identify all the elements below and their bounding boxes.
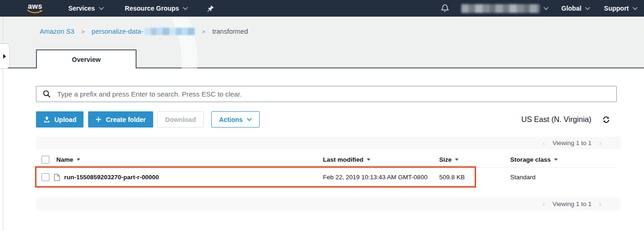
actions-button-label: Actions bbox=[219, 116, 243, 123]
upload-icon bbox=[43, 116, 50, 123]
search-icon bbox=[43, 90, 51, 98]
tab-overview-label: Overview bbox=[72, 56, 101, 63]
chevron-down-icon bbox=[543, 5, 549, 10]
breadcrumb-bucket[interactable]: personalize-data- bbox=[92, 28, 195, 35]
viewing-label: Viewing 1 to 1 bbox=[553, 201, 592, 207]
create-folder-button-label: Create folder bbox=[106, 116, 145, 123]
search-input[interactable] bbox=[56, 90, 616, 98]
main-content: Upload Create folder Download Actions bbox=[0, 68, 644, 231]
select-all-checkbox[interactable] bbox=[42, 156, 49, 164]
nav-support[interactable]: Support bbox=[604, 5, 637, 12]
chevron-down-icon bbox=[99, 5, 104, 10]
file-icon-cell bbox=[54, 167, 60, 187]
chevron-down-icon bbox=[632, 5, 638, 10]
sidebar-expander-button[interactable] bbox=[0, 43, 10, 69]
object-last-modified: Feb 22, 2019 10:13:43 AM GMT-0800 bbox=[323, 167, 428, 187]
viewing-label: Viewing 1 to 1 bbox=[553, 140, 592, 146]
pushpin-icon bbox=[207, 5, 214, 12]
sort-caret-icon bbox=[367, 158, 370, 161]
nav-global-label: Global bbox=[561, 5, 582, 12]
breadcrumb-separator: > bbox=[81, 28, 85, 35]
navbar-right-group: Global Support bbox=[441, 4, 637, 13]
row-checkbox-cell bbox=[42, 167, 49, 187]
nav-support-label: Support bbox=[604, 5, 629, 12]
aws-smile-icon bbox=[27, 10, 43, 14]
chevron-down-icon bbox=[585, 5, 590, 10]
column-header-last-modified[interactable]: Last modified bbox=[323, 152, 370, 167]
next-page-button[interactable]: › bbox=[599, 139, 602, 147]
chevron-down-icon bbox=[183, 5, 188, 10]
column-header-storage-class-label: Storage class bbox=[510, 156, 551, 163]
tab-overview[interactable]: Overview bbox=[36, 49, 137, 68]
nav-services[interactable]: Services bbox=[68, 5, 103, 12]
bucket-name-redacted bbox=[144, 28, 195, 35]
nav-resource-groups[interactable]: Resource Groups bbox=[125, 5, 187, 12]
column-header-last-modified-label: Last modified bbox=[323, 156, 364, 163]
create-folder-button[interactable]: Create folder bbox=[88, 111, 153, 128]
pagination-top: ‹ Viewing 1 to 1 › bbox=[36, 137, 621, 149]
actions-button[interactable]: Actions bbox=[211, 111, 260, 128]
nav-region-global[interactable]: Global bbox=[561, 5, 590, 12]
prev-page-button[interactable]: ‹ bbox=[543, 200, 545, 208]
bell-icon bbox=[441, 4, 449, 13]
plus-icon bbox=[95, 116, 101, 122]
row-checkbox[interactable] bbox=[42, 173, 49, 181]
nav-services-label: Services bbox=[68, 5, 95, 12]
breadcrumb-amazon-s3[interactable]: Amazon S3 bbox=[40, 28, 74, 35]
aws-logo-text: aws bbox=[28, 3, 42, 10]
column-header-name[interactable]: Name bbox=[56, 152, 80, 167]
prev-page-button[interactable]: ‹ bbox=[543, 139, 545, 147]
download-button-label: Download bbox=[165, 116, 196, 123]
upload-button-label: Upload bbox=[54, 116, 76, 123]
chevron-right-icon bbox=[3, 54, 6, 59]
breadcrumb: Amazon S3 > personalize-data- > transfor… bbox=[40, 28, 248, 35]
object-name-link[interactable]: run-1550859203270-part-r-00000 bbox=[64, 167, 159, 187]
notifications-button[interactable] bbox=[441, 4, 449, 13]
next-page-button[interactable]: › bbox=[599, 200, 602, 208]
breadcrumb-separator: > bbox=[202, 28, 206, 35]
file-icon bbox=[54, 174, 60, 181]
column-header-storage-class[interactable]: Storage class bbox=[510, 152, 558, 167]
account-name-redacted bbox=[461, 4, 540, 13]
s3-console-screen: aws Services Resource Groups bbox=[0, 0, 644, 231]
sort-caret-icon bbox=[77, 158, 80, 161]
column-header-size-label: Size bbox=[439, 156, 452, 163]
page-subheader: Amazon S3 > personalize-data- > transfor… bbox=[0, 17, 644, 68]
column-header-name-label: Name bbox=[56, 156, 73, 163]
sort-caret-icon bbox=[455, 158, 459, 161]
column-header-size[interactable]: Size bbox=[439, 152, 459, 167]
sort-caret-icon bbox=[554, 158, 558, 161]
select-all-checkbox-cell bbox=[42, 152, 49, 167]
prefix-search bbox=[36, 86, 617, 102]
download-button[interactable]: Download bbox=[157, 111, 204, 128]
account-menu[interactable] bbox=[461, 4, 548, 13]
chevron-down-icon bbox=[247, 118, 252, 122]
object-storage-class: Standard bbox=[510, 167, 536, 187]
pin-shortcut-button[interactable] bbox=[207, 5, 214, 12]
aws-logo[interactable]: aws bbox=[27, 3, 43, 14]
region-row: US East (N. Virginia) bbox=[521, 111, 610, 128]
breadcrumb-bucket-prefix: personalize-data- bbox=[92, 28, 143, 35]
upload-button[interactable]: Upload bbox=[36, 111, 83, 128]
refresh-icon bbox=[602, 116, 610, 123]
toolbar: Upload Create folder Download Actions bbox=[36, 111, 260, 128]
table-header-row: Name Last modified Size Storage class bbox=[36, 152, 617, 168]
table-row[interactable]: run-1550859203270-part-r-00000 Feb 22, 2… bbox=[36, 167, 617, 187]
object-size: 509.8 KB bbox=[439, 167, 465, 187]
region-label: US East (N. Virginia) bbox=[521, 115, 591, 124]
breadcrumb-current-folder: transformed bbox=[212, 28, 248, 35]
refresh-button[interactable] bbox=[602, 116, 610, 123]
top-navbar: aws Services Resource Groups bbox=[0, 0, 644, 17]
pagination-bottom: ‹ Viewing 1 to 1 › bbox=[36, 198, 621, 210]
nav-resource-groups-label: Resource Groups bbox=[125, 5, 179, 12]
